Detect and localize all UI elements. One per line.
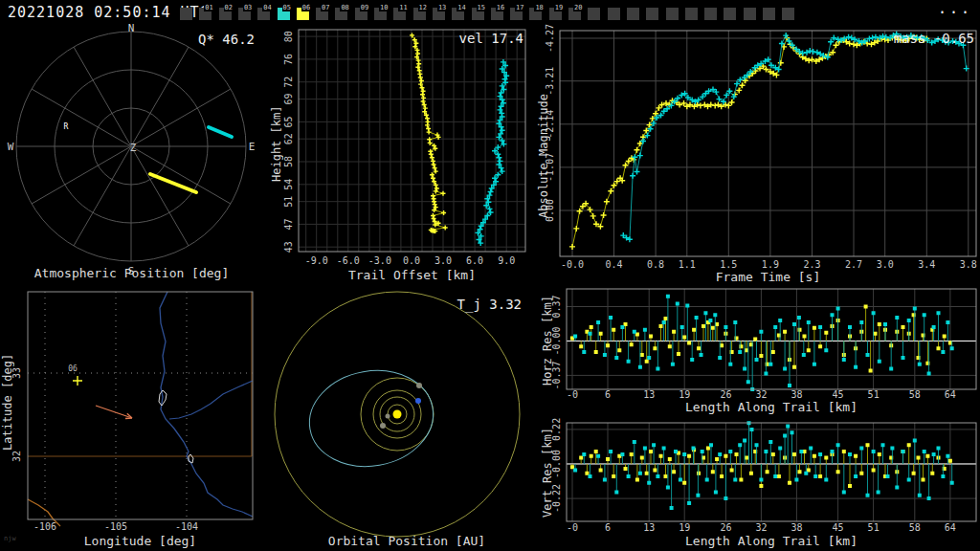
tab-15[interactable]: 15 bbox=[472, 8, 484, 20]
tab-08[interactable]: 08 bbox=[335, 8, 347, 20]
earth-dot bbox=[415, 398, 421, 404]
tab-blank-24[interactable] bbox=[646, 8, 658, 20]
tick-label: 19 bbox=[679, 389, 690, 400]
tick-label: 13 bbox=[643, 389, 655, 400]
overflow-menu-button[interactable]: ... bbox=[938, 0, 972, 17]
tab-blank-29[interactable] bbox=[744, 8, 756, 20]
camera-05-line bbox=[623, 33, 966, 239]
tab-label: 13 bbox=[437, 4, 447, 11]
tick-label: -9.0 bbox=[305, 255, 328, 266]
tab-label: 19 bbox=[554, 4, 564, 11]
tab-blank-31[interactable] bbox=[782, 8, 794, 20]
tab-blank-23[interactable] bbox=[627, 8, 639, 20]
tab-04[interactable]: 04 bbox=[257, 8, 270, 20]
tab-07[interactable]: 07 bbox=[316, 8, 328, 20]
plot-frame bbox=[560, 31, 976, 256]
vert-ylabel: Vert Res [km] bbox=[541, 421, 554, 524]
camera-05-stems bbox=[575, 423, 952, 508]
tick-label: 1.1 bbox=[679, 259, 696, 270]
tick-label: 43 bbox=[283, 241, 294, 253]
grid-lines bbox=[560, 31, 976, 256]
tab-blank-0[interactable] bbox=[180, 8, 192, 20]
tick-label: 54 bbox=[283, 179, 294, 190]
tick-label: -106 bbox=[33, 521, 56, 532]
tab-19[interactable]: 19 bbox=[549, 8, 562, 20]
tab-blank-21[interactable] bbox=[588, 8, 600, 20]
tab-12[interactable]: 12 bbox=[413, 8, 426, 20]
tab-label: 20 bbox=[573, 4, 583, 11]
tab-blank-22[interactable] bbox=[608, 8, 620, 20]
panel-ground-map: 06-106-105-1043332 Latitude [deg] Longit… bbox=[0, 287, 273, 551]
tab-03[interactable]: 03 bbox=[238, 8, 251, 20]
panel-light-curve: -0.00.40.81.11.51.92.32.73.03.43.8-4.27-… bbox=[536, 24, 980, 287]
tick-label: -3.0 bbox=[368, 255, 391, 266]
tab-label: 14 bbox=[457, 4, 466, 11]
tick-label: W bbox=[8, 141, 14, 153]
tab-01[interactable]: 01 bbox=[199, 8, 212, 20]
tab-11[interactable]: 11 bbox=[393, 8, 406, 20]
tick-label: Z bbox=[130, 142, 137, 154]
tab-13[interactable]: 13 bbox=[433, 8, 445, 20]
tab-blank-30[interactable] bbox=[763, 8, 775, 20]
tab-20[interactable]: 20 bbox=[568, 8, 581, 20]
trail-ylabel: Height [km] bbox=[270, 77, 283, 210]
camera-06-line bbox=[572, 37, 926, 247]
vert-caption: Length Along Trail [km] bbox=[567, 534, 976, 548]
panel-vertical-residuals: -061319263238455158640.22-0.00-0.22 Vert… bbox=[541, 413, 980, 551]
river-branch bbox=[169, 381, 253, 419]
tab-blank-25[interactable] bbox=[666, 8, 679, 20]
tick-label: 6 bbox=[605, 522, 611, 533]
tick-label: N bbox=[128, 24, 135, 34]
tick-label: 3.0 bbox=[877, 259, 894, 270]
camera-05-trail bbox=[209, 127, 232, 137]
tab-10[interactable]: 10 bbox=[374, 8, 387, 20]
tab-label: 15 bbox=[477, 4, 486, 11]
tick-label: 1.9 bbox=[762, 259, 779, 270]
direction-arrow bbox=[96, 406, 132, 418]
tab-label: 02 bbox=[224, 4, 234, 11]
tab-blank-26[interactable] bbox=[685, 8, 698, 20]
tab-17[interactable]: 17 bbox=[510, 8, 523, 20]
tab-blank-27[interactable] bbox=[704, 8, 717, 20]
tab-label: 08 bbox=[340, 4, 349, 11]
tab-18[interactable]: 18 bbox=[529, 8, 542, 20]
trail-title: vel 17.4 bbox=[459, 31, 523, 46]
tab-16[interactable]: 16 bbox=[491, 8, 503, 20]
tick-label: 1.5 bbox=[720, 259, 737, 270]
tab-blank-28[interactable] bbox=[724, 8, 736, 20]
mag-title: mass -0.65 bbox=[894, 31, 974, 46]
tick-label: 26 bbox=[720, 389, 731, 400]
horz-ylabel: Horz Res [km] bbox=[541, 289, 554, 392]
tab-09[interactable]: 09 bbox=[355, 8, 368, 20]
tab-label: 16 bbox=[496, 4, 505, 11]
tick-label: 51 bbox=[283, 196, 294, 208]
horz-caption: Length Along Trail [km] bbox=[567, 400, 976, 414]
tick-label: 0.0 bbox=[403, 255, 420, 266]
tab-label: 12 bbox=[418, 4, 428, 11]
tab-02[interactable]: 02 bbox=[219, 8, 232, 20]
panel-trail-offset: -9.0-6.0-3.00.03.06.09.04347515458626569… bbox=[268, 24, 536, 287]
tab-label: 18 bbox=[534, 4, 544, 11]
tab-14[interactable]: 14 bbox=[452, 8, 464, 20]
tick-label: R bbox=[64, 122, 69, 131]
tick-label: 47 bbox=[283, 218, 294, 230]
tick-label: 64 bbox=[945, 389, 956, 400]
orbit-plot-canvas bbox=[273, 287, 541, 551]
tick-label: 51 bbox=[868, 389, 880, 400]
trail-caption: Trail Offset [km] bbox=[299, 268, 525, 282]
tick-label: 26 bbox=[720, 522, 731, 533]
mag-ylabel: Absolute Magnitude bbox=[537, 67, 550, 244]
tick-label: -105 bbox=[104, 521, 127, 532]
tick-label: 6 bbox=[605, 389, 611, 400]
tick-label: 32 bbox=[755, 522, 767, 533]
camera-06-trail bbox=[150, 174, 196, 192]
tick-label: 45 bbox=[833, 389, 844, 400]
polar-caption: Atmospheric Position [deg] bbox=[19, 266, 244, 280]
orbit-title: T_j 3.32 bbox=[457, 297, 522, 312]
tick-label: 38 bbox=[791, 522, 802, 533]
tab-06[interactable]: 06 bbox=[297, 8, 309, 20]
lake-outline-2 bbox=[189, 454, 193, 463]
tab-05[interactable]: 05 bbox=[278, 8, 290, 20]
camera-06-markers bbox=[569, 34, 929, 250]
tick-label: -4.27 bbox=[545, 24, 555, 53]
